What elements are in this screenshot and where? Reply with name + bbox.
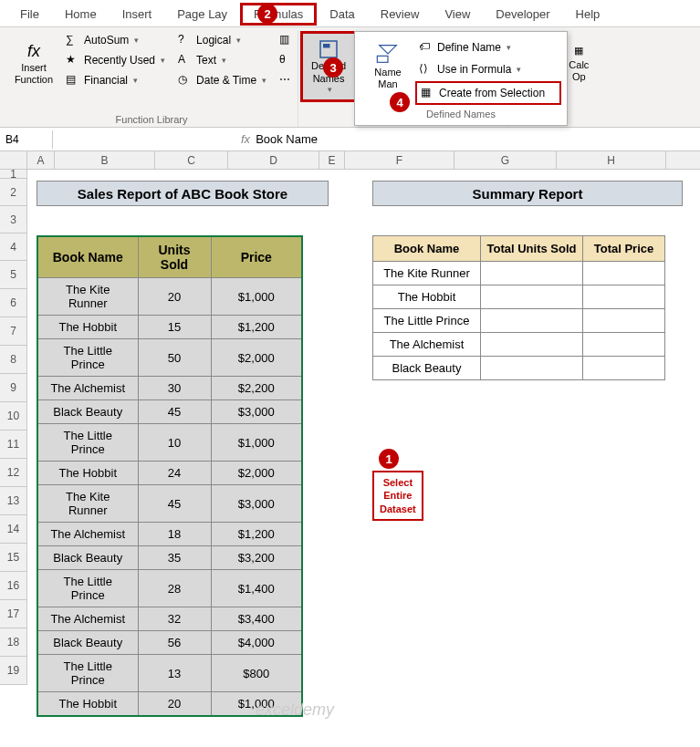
row-7[interactable]: 7 xyxy=(0,317,27,346)
table-row[interactable]: The Alchemist32$3,400 xyxy=(37,607,302,631)
table-row[interactable]: The Kite Runner xyxy=(373,262,665,285)
col-B[interactable]: B xyxy=(55,151,155,169)
cell[interactable]: The Little Prince xyxy=(37,339,138,377)
table-row[interactable]: The Little Prince10$1,000 xyxy=(37,424,302,462)
cell[interactable]: $1,000 xyxy=(211,424,302,462)
table-row[interactable]: The Alchemist30$2,200 xyxy=(37,377,302,400)
cell[interactable]: The Little Prince xyxy=(37,655,138,692)
autosum-button[interactable]: ∑AutoSum▾ xyxy=(62,31,169,49)
row-11[interactable]: 11 xyxy=(0,431,27,459)
table-row[interactable]: The Little Prince50$2,000 xyxy=(37,339,302,377)
cell[interactable]: 56 xyxy=(138,631,211,655)
table-row[interactable]: The Hobbit xyxy=(373,285,665,309)
cell[interactable]: $2,000 xyxy=(211,339,302,377)
cell[interactable]: 13 xyxy=(138,655,211,692)
cell[interactable]: Black Beauty xyxy=(37,631,138,655)
cell[interactable]: 32 xyxy=(138,607,211,631)
row-14[interactable]: 14 xyxy=(0,515,27,544)
table-row[interactable]: The Little Prince28$1,400 xyxy=(37,570,302,607)
calc-options-button[interactable]: ▦ Calc Op xyxy=(565,31,592,97)
row-6[interactable]: 6 xyxy=(0,289,27,317)
cell[interactable] xyxy=(583,262,665,285)
cell[interactable]: The Little Prince xyxy=(37,570,138,607)
cell[interactable]: $3,200 xyxy=(211,546,302,570)
cell[interactable]: The Kite Runner xyxy=(373,262,481,285)
col-E[interactable]: E xyxy=(319,151,345,169)
tab-page-layout[interactable]: Page Lay xyxy=(164,4,240,25)
cell[interactable] xyxy=(481,285,583,309)
tab-home[interactable]: Home xyxy=(52,4,110,25)
row-3[interactable]: 3 xyxy=(0,206,27,233)
cell[interactable] xyxy=(481,262,583,285)
cells-area[interactable]: Sales Report of ABC Book Store Summary R… xyxy=(27,170,700,685)
cell[interactable]: 28 xyxy=(138,570,211,607)
cell[interactable]: $4,000 xyxy=(211,631,302,655)
logical-button[interactable]: ?Logical▾ xyxy=(174,31,270,49)
row-16[interactable]: 16 xyxy=(0,572,27,600)
recently-used-button[interactable]: ★Recently Used▾ xyxy=(62,51,169,69)
cell[interactable]: 50 xyxy=(138,339,211,377)
cell[interactable]: $800 xyxy=(211,655,302,692)
cell[interactable]: 30 xyxy=(138,377,211,400)
select-all-corner[interactable] xyxy=(0,151,27,169)
table-row[interactable]: Black Beauty45$3,000 xyxy=(37,400,302,424)
cell[interactable]: $3,400 xyxy=(211,607,302,631)
col-G[interactable]: G xyxy=(454,151,557,169)
cell[interactable]: $1,200 xyxy=(211,523,302,546)
create-from-selection-item[interactable]: ▦Create from Selection xyxy=(415,81,561,105)
cell[interactable] xyxy=(583,285,665,309)
cell[interactable]: 20 xyxy=(138,692,211,717)
cell[interactable]: The Little Prince xyxy=(37,424,138,462)
formula-input[interactable]: Book Name xyxy=(256,132,318,146)
fx-icon[interactable]: fx xyxy=(241,132,250,146)
row-15[interactable]: 15 xyxy=(0,544,27,572)
row-1[interactable]: 1 xyxy=(0,170,27,179)
cell[interactable]: $1,000 xyxy=(211,278,302,316)
insert-function-button[interactable]: fx Insert Function xyxy=(11,31,57,97)
more-functions-button[interactable]: ⋯ xyxy=(276,71,292,89)
cell[interactable]: Black Beauty xyxy=(37,400,138,424)
table-row[interactable]: The Alchemist xyxy=(373,333,665,357)
row-10[interactable]: 10 xyxy=(0,402,27,431)
cell[interactable]: 35 xyxy=(138,546,211,570)
cell[interactable]: $1,400 xyxy=(211,570,302,607)
cell[interactable]: The Alchemist xyxy=(37,607,138,631)
row-9[interactable]: 9 xyxy=(0,374,27,402)
row-4[interactable]: 4 xyxy=(0,233,27,261)
row-18[interactable]: 18 xyxy=(0,628,27,657)
cell[interactable]: 18 xyxy=(138,523,211,546)
table-row[interactable]: The Alchemist18$1,200 xyxy=(37,523,302,546)
cell[interactable]: The Hobbit xyxy=(37,316,138,339)
cell[interactable]: The Alchemist xyxy=(373,333,481,357)
cell[interactable]: $2,000 xyxy=(211,462,302,485)
cell[interactable]: $3,000 xyxy=(211,485,302,523)
tab-data[interactable]: Data xyxy=(317,4,367,25)
tab-developer[interactable]: Developer xyxy=(483,4,562,25)
cell[interactable] xyxy=(583,309,665,333)
cell[interactable] xyxy=(481,357,583,380)
cell[interactable] xyxy=(583,333,665,357)
cell[interactable]: The Kite Runner xyxy=(37,485,138,523)
col-F[interactable]: F xyxy=(345,151,454,169)
row-2[interactable]: 2 xyxy=(0,179,27,206)
cell[interactable]: Black Beauty xyxy=(373,357,481,380)
row-19[interactable]: 19 xyxy=(0,657,27,685)
row-17[interactable]: 17 xyxy=(0,600,27,628)
table-row[interactable]: Black Beauty56$4,000 xyxy=(37,631,302,655)
cell[interactable]: 10 xyxy=(138,424,211,462)
row-8[interactable]: 8 xyxy=(0,346,27,374)
cell[interactable]: $3,000 xyxy=(211,400,302,424)
tab-review[interactable]: Review xyxy=(368,4,433,25)
cell[interactable]: $1,000 xyxy=(211,692,302,717)
date-time-button[interactable]: ◷Date & Time▾ xyxy=(174,71,270,89)
cell[interactable]: 24 xyxy=(138,462,211,485)
cell[interactable]: Black Beauty xyxy=(37,546,138,570)
row-5[interactable]: 5 xyxy=(0,261,27,289)
row-12[interactable]: 12 xyxy=(0,459,27,487)
cell[interactable]: 15 xyxy=(138,316,211,339)
col-C[interactable]: C xyxy=(155,151,228,169)
row-13[interactable]: 13 xyxy=(0,487,27,515)
define-name-item[interactable]: 🏷Define Name▾ xyxy=(415,37,561,57)
sales-table[interactable]: Book Name Units Sold Price The Kite Runn… xyxy=(37,235,303,717)
tab-file[interactable]: File xyxy=(7,4,52,25)
